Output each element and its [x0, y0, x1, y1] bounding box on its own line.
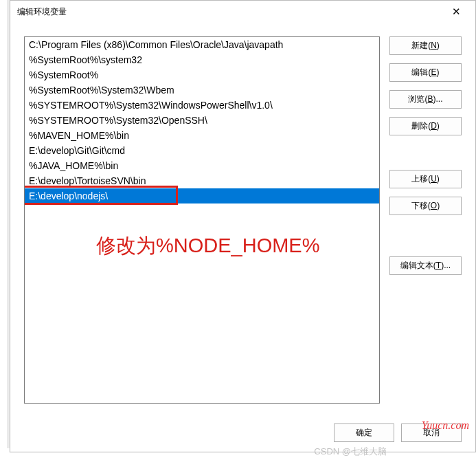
- path-entries-listbox[interactable]: C:\Program Files (x86)\Common Files\Orac…: [24, 36, 380, 404]
- move-up-button[interactable]: 上移(U): [389, 170, 462, 188]
- path-entry-row[interactable]: %SYSTEMROOT%\System32\OpenSSH\: [25, 113, 379, 128]
- path-entry-row[interactable]: E:\develop\TortoiseSVN\bin: [25, 173, 379, 188]
- path-entry-row[interactable]: %SystemRoot%\System32\Wbem: [25, 82, 379, 98]
- annotation-text: 修改为%NODE_HOME%: [96, 232, 320, 260]
- spacer: [389, 223, 462, 248]
- move-down-button[interactable]: 下移(O): [389, 197, 462, 215]
- edit-env-var-dialog: 编辑环境变量 ✕ C:\Program Files (x86)\Common F…: [10, 0, 476, 452]
- edit-text-button[interactable]: 编辑文本(T)...: [389, 256, 462, 275]
- close-icon: ✕: [452, 6, 461, 18]
- dialog-titlebar: 编辑环境变量 ✕: [10, 1, 475, 23]
- path-entry-row[interactable]: E:\develop\Git\Git\cmd: [25, 143, 379, 158]
- path-entry-row[interactable]: %SystemRoot%: [25, 67, 379, 82]
- path-entry-row[interactable]: %JAVA_HOME%\bin: [25, 158, 379, 173]
- close-button[interactable]: ✕: [442, 2, 470, 21]
- delete-button[interactable]: 删除(D): [389, 117, 462, 135]
- path-entry-row[interactable]: E:\develop\nodejs\: [25, 188, 379, 204]
- new-button[interactable]: 新建(N): [389, 36, 462, 55]
- side-button-column: 新建(N) 编辑(E) 浏览(B)... 删除(D) 上移(U) 下移(O): [389, 36, 462, 442]
- dialog-title: 编辑环境变量: [17, 6, 442, 18]
- path-entry-row[interactable]: %MAVEN_HOME%\bin: [25, 128, 379, 143]
- dialog-content: C:\Program Files (x86)\Common Files\Orac…: [10, 24, 475, 452]
- path-entry-row[interactable]: %SYSTEMROOT%\System32\WindowsPowerShell\…: [25, 98, 379, 113]
- path-entry-row[interactable]: %SystemRoot%\system32: [25, 52, 379, 67]
- browse-button[interactable]: 浏览(B)...: [389, 90, 462, 109]
- background-left-strip: [0, 0, 8, 462]
- ok-button[interactable]: 确定: [334, 424, 394, 442]
- dialog-layout: C:\Program Files (x86)\Common Files\Orac…: [24, 36, 462, 442]
- edit-button[interactable]: 编辑(E): [389, 63, 462, 82]
- watermark-csdn: CSDN @七维大脑: [314, 446, 387, 458]
- path-entry-row[interactable]: C:\Program Files (x86)\Common Files\Orac…: [25, 37, 379, 52]
- spacer: [389, 144, 462, 162]
- watermark-yuucn: Yuucn.com: [422, 419, 469, 432]
